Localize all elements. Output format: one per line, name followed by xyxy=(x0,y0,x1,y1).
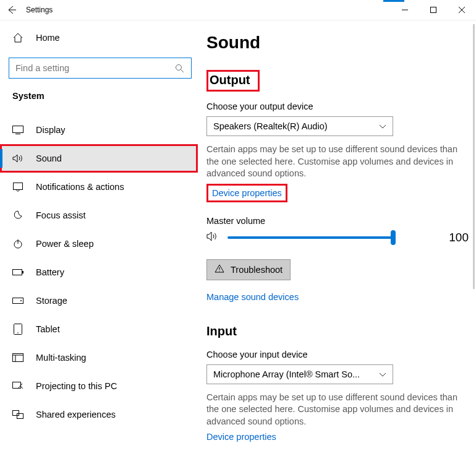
speaker-icon[interactable] xyxy=(206,231,219,244)
svg-rect-22 xyxy=(17,414,23,419)
svg-rect-21 xyxy=(13,411,19,416)
home-label: Home xyxy=(36,33,60,43)
sidebar-item-label: Display xyxy=(36,125,66,135)
sidebar-item-label: Sound xyxy=(36,153,62,163)
sidebar-item-shared-experiences[interactable]: Shared experiences xyxy=(0,400,198,429)
input-device-value: Microphone Array (Intel® Smart So... xyxy=(213,369,360,379)
volume-value: 100 xyxy=(449,231,469,244)
sidebar-item-label: Storage xyxy=(36,296,67,306)
input-device-dropdown[interactable]: Microphone Array (Intel® Smart So... xyxy=(206,364,393,384)
sidebar-item-label: Power & sleep xyxy=(36,239,94,249)
back-icon[interactable] xyxy=(6,4,17,15)
chevron-down-icon xyxy=(379,369,386,379)
page-title: Sound xyxy=(206,33,469,53)
sidebar-item-tablet[interactable]: Tablet xyxy=(0,315,198,343)
output-device-dropdown[interactable]: Speakers (Realtek(R) Audio) xyxy=(206,116,393,136)
display-icon xyxy=(12,124,23,136)
svg-rect-20 xyxy=(13,382,21,389)
input-device-properties-link[interactable]: Device properties xyxy=(206,432,276,442)
troubleshoot-label: Troubleshoot xyxy=(231,265,283,275)
battery-icon xyxy=(12,267,23,278)
sidebar: Home System Display Sound Notifications … xyxy=(0,20,198,456)
close-button[interactable] xyxy=(448,0,476,20)
sidebar-item-label: Multi-tasking xyxy=(36,353,86,363)
search-input[interactable] xyxy=(15,63,174,73)
svg-rect-12 xyxy=(22,271,23,273)
sidebar-item-power-sleep[interactable]: Power & sleep xyxy=(0,230,198,258)
warning-icon xyxy=(215,264,224,275)
multitasking-icon xyxy=(12,352,23,363)
svg-point-16 xyxy=(17,332,19,333)
search-box[interactable] xyxy=(9,58,192,79)
section-label: System xyxy=(0,91,198,101)
svg-line-5 xyxy=(181,69,184,72)
input-device-label: Choose your input device xyxy=(206,350,469,359)
svg-point-14 xyxy=(20,300,22,301)
search-icon xyxy=(174,62,185,74)
focus-assist-icon xyxy=(12,210,23,221)
sidebar-item-label: Notifications & actions xyxy=(36,182,124,192)
accent-indicator xyxy=(383,0,404,2)
sidebar-item-display[interactable]: Display xyxy=(0,116,198,144)
troubleshoot-button[interactable]: Troubleshoot xyxy=(206,259,291,280)
titlebar: Settings xyxy=(0,0,476,20)
sidebar-item-focus-assist[interactable]: Focus assist xyxy=(0,201,198,230)
tablet-icon xyxy=(12,324,23,335)
sidebar-item-sound[interactable]: Sound xyxy=(0,144,198,173)
home-link[interactable]: Home xyxy=(0,25,198,50)
output-device-properties-link[interactable]: Device properties xyxy=(212,188,282,198)
sidebar-item-battery[interactable]: Battery xyxy=(0,258,198,286)
svg-point-24 xyxy=(219,271,219,272)
maximize-button[interactable] xyxy=(419,0,448,20)
svg-rect-6 xyxy=(13,126,23,133)
output-heading: Output xyxy=(210,73,250,87)
output-helper-text: Certain apps may be set up to use differ… xyxy=(206,144,466,180)
power-icon xyxy=(12,238,23,249)
sidebar-item-label: Shared experiences xyxy=(36,410,116,419)
svg-point-4 xyxy=(176,64,181,70)
chevron-down-icon xyxy=(379,121,386,131)
projecting-icon xyxy=(12,381,23,392)
content: Sound Output Choose your output device S… xyxy=(198,20,476,456)
sidebar-item-label: Projecting to this PC xyxy=(36,381,117,391)
storage-icon xyxy=(12,295,23,306)
volume-slider[interactable] xyxy=(227,236,393,239)
svg-rect-11 xyxy=(13,270,22,275)
shared-icon xyxy=(12,409,23,420)
svg-rect-8 xyxy=(14,183,23,190)
slider-thumb[interactable] xyxy=(391,230,396,245)
sidebar-item-multitasking[interactable]: Multi-tasking xyxy=(0,343,198,372)
sidebar-item-storage[interactable]: Storage xyxy=(0,286,198,315)
master-volume-label: Master volume xyxy=(206,216,469,226)
svg-rect-17 xyxy=(13,354,23,362)
sidebar-item-label: Battery xyxy=(36,267,64,277)
manage-sound-devices-link[interactable]: Manage sound devices xyxy=(206,292,299,302)
output-device-value: Speakers (Realtek(R) Audio) xyxy=(213,121,328,131)
sidebar-item-projecting[interactable]: Projecting to this PC xyxy=(0,372,198,400)
sidebar-item-label: Tablet xyxy=(36,324,60,334)
sidebar-item-label: Focus assist xyxy=(36,210,86,220)
notifications-icon xyxy=(12,181,23,192)
input-helper-text: Certain apps may be set up to use differ… xyxy=(206,392,466,428)
sidebar-item-notifications[interactable]: Notifications & actions xyxy=(0,173,198,201)
home-icon xyxy=(12,32,23,43)
minimize-button[interactable] xyxy=(391,0,419,20)
input-heading: Input xyxy=(206,324,469,338)
svg-rect-1 xyxy=(431,7,436,13)
scrollbar[interactable] xyxy=(473,24,475,289)
sound-icon xyxy=(12,153,23,164)
window-title: Settings xyxy=(26,6,53,14)
output-device-label: Choose your output device xyxy=(206,101,469,111)
